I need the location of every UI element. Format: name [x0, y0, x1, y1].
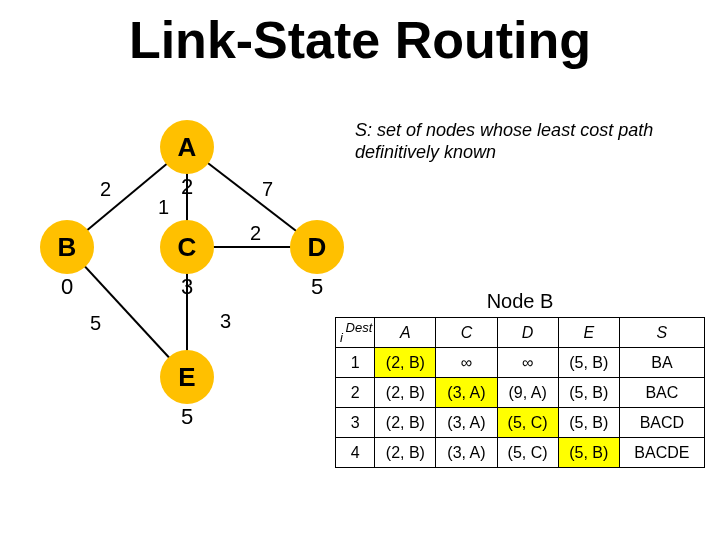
table-row: 3(2, B)(3, A)(5, C)(5, B)BACD — [336, 408, 705, 438]
edge-weight-ab: 2 — [100, 178, 111, 201]
node-d-cost: 5 — [307, 274, 327, 300]
set-definition-caption: S: set of nodes whose least cost path de… — [355, 120, 685, 163]
table-cell: (2, B) — [375, 408, 436, 438]
node-b-cost: 0 — [57, 274, 77, 300]
table-cell: 1 — [336, 348, 375, 378]
node-e: E — [160, 350, 214, 404]
col-a: A — [375, 318, 436, 348]
table-cell: ∞ — [497, 348, 558, 378]
edge-weight-ac: 1 — [158, 196, 169, 219]
node-d: D — [290, 220, 344, 274]
node-a-cost: 2 — [177, 174, 197, 200]
table-row: 4(2, B)(3, A)(5, C)(5, B)BACDE — [336, 438, 705, 468]
node-b: B — [40, 220, 94, 274]
edge-weight-cd: 2 — [250, 222, 261, 245]
table-cell: (3, A) — [436, 378, 497, 408]
table-cell: (5, B) — [558, 438, 619, 468]
table-cell: (3, A) — [436, 438, 497, 468]
col-e: E — [558, 318, 619, 348]
table-cell: (3, A) — [436, 408, 497, 438]
table-cell: (5, B) — [558, 348, 619, 378]
edge-weight-ad: 7 — [262, 178, 273, 201]
col-s: S — [619, 318, 704, 348]
col-c: C — [436, 318, 497, 348]
table-cell: (5, C) — [497, 438, 558, 468]
table-cell: (5, C) — [497, 408, 558, 438]
col-i-dest: i Dest — [336, 318, 375, 348]
table-row: 2(2, B)(3, A)(9, A)(5, B)BAC — [336, 378, 705, 408]
node-c-cost: 3 — [177, 274, 197, 300]
iteration-table-wrap: Node B i Dest A C D E S 1(2, B)∞∞(5, B)B… — [335, 290, 705, 468]
table-cell: BACD — [619, 408, 704, 438]
table-cell: (2, B) — [375, 438, 436, 468]
table-cell: BACDE — [619, 438, 704, 468]
node-c: C — [160, 220, 214, 274]
table-cell: BAC — [619, 378, 704, 408]
table-cell: (2, B) — [375, 348, 436, 378]
table-row: 1(2, B)∞∞(5, B)BA — [336, 348, 705, 378]
col-d: D — [497, 318, 558, 348]
table-cell: 2 — [336, 378, 375, 408]
iteration-table: i Dest A C D E S 1(2, B)∞∞(5, B)BA2(2, B… — [335, 317, 705, 468]
page-title: Link-State Routing — [0, 10, 720, 70]
table-cell: BA — [619, 348, 704, 378]
node-a: A — [160, 120, 214, 174]
table-cell: (9, A) — [497, 378, 558, 408]
edge-weight-ce: 3 — [220, 310, 231, 333]
table-cell: (2, B) — [375, 378, 436, 408]
iteration-table-title: Node B — [335, 290, 705, 313]
table-cell: 4 — [336, 438, 375, 468]
table-cell: 3 — [336, 408, 375, 438]
table-cell: (5, B) — [558, 378, 619, 408]
network-graph: A 2 B 0 C 3 D 5 E 5 2 1 7 2 5 3 — [40, 100, 360, 430]
table-header-row: i Dest A C D E S — [336, 318, 705, 348]
table-cell: (5, B) — [558, 408, 619, 438]
edge-weight-be: 5 — [90, 312, 101, 335]
node-e-cost: 5 — [177, 404, 197, 430]
table-cell: ∞ — [436, 348, 497, 378]
